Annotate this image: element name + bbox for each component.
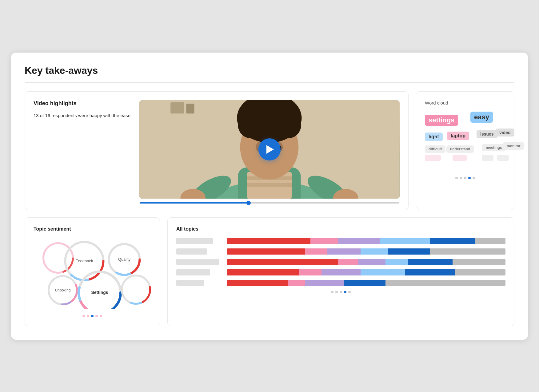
sentiment-dot-2[interactable] [87,315,89,317]
topic-bar-row-2 [227,248,505,255]
sentiment-dots [34,315,151,317]
video-thumbnail[interactable] [139,100,400,199]
progress-thumb[interactable] [246,201,251,205]
svg-text:Feedback: Feedback [75,259,93,263]
word-easy[interactable]: easy [470,112,493,123]
bar-seg-gray-1 [475,238,505,244]
topic-bar-row-4 [227,269,505,275]
bar-seg-pink-1 [310,238,338,244]
bar-seg-blue-dark-4 [405,269,455,275]
bar-seg-blue-dark-3 [408,259,453,265]
bar-seg-purple-3 [358,259,386,265]
bar-seg-blue-light-4 [361,269,405,275]
topic-label-5 [176,280,204,286]
bar-seg-purple-5 [305,280,344,286]
bar-seg-purple-2 [327,248,361,255]
svg-text:Settings: Settings [91,290,108,295]
sentiment-dot-3[interactable] [91,315,94,317]
bar-seg-blue-dark-2 [388,248,430,255]
bar-seg-blue-light-3 [385,259,408,265]
word-faint-3 [482,155,493,161]
word-faint-4 [497,155,509,161]
bar-seg-pink-2 [305,248,327,255]
svg-text:Unboxing: Unboxing [55,288,71,292]
video-highlights-label: Video highlights [34,100,130,107]
word-settings[interactable]: settings [425,115,458,126]
sentiment-title: Topic sentiment [34,226,151,232]
svg-rect-2 [170,102,184,113]
bar-seg-pink-5 [288,280,305,286]
topics-content [176,238,505,286]
cloud-dot-1[interactable] [455,177,458,179]
progress-track[interactable] [140,202,399,204]
topic-bar-row-5 [227,280,505,286]
sentiment-dot-5[interactable] [100,315,102,317]
bar-seg-blue-light-2 [361,248,389,255]
bar-seg-gray-4 [455,269,505,275]
topic-label-1 [176,238,213,244]
word-meetings[interactable]: meetings [482,144,506,151]
topic-bar-row-1 [227,238,505,244]
topics-dot-5[interactable] [348,291,351,293]
section-divider [25,82,514,83]
word-cloud-area: settings easy light laptop issues video … [425,112,505,173]
word-difficult[interactable]: difficult [425,145,445,153]
word-understand[interactable]: understand [446,145,474,153]
topics-dot-1[interactable] [331,291,333,293]
topic-label-3 [176,259,219,265]
bar-seg-red-1 [227,238,310,244]
page-title: Key take-aways [25,65,514,76]
bar-seg-blue-light-1 [380,238,430,244]
word-faint-1 [425,155,441,161]
word-monitor[interactable]: monitor [503,142,524,150]
sentiment-card: Topic sentiment Feedback Quality [25,217,160,326]
topics-dot-4[interactable] [344,291,346,293]
bar-seg-red-3 [227,259,338,265]
word-laptop[interactable]: laptop [447,132,469,140]
topics-dot-2[interactable] [335,291,338,293]
bar-seg-purple-1 [338,238,380,244]
svg-text:Quality: Quality [118,257,131,262]
video-stat: 13 of 16 respondents were happy with the… [34,112,130,119]
bar-seg-red-2 [227,248,305,255]
bar-seg-pink-3 [338,259,357,265]
bar-seg-purple-4 [321,269,361,275]
topics-labels [176,238,219,286]
word-cloud-card: Word cloud settings easy light laptop is… [416,91,514,210]
sentiment-dot-1[interactable] [82,315,85,317]
bar-seg-blue-dark-1 [430,238,475,244]
topic-label-2 [176,248,207,255]
cloud-dot-4[interactable] [468,177,471,179]
word-faint-2 [453,155,467,161]
bottom-row: Topic sentiment Feedback Quality [25,217,514,326]
bar-seg-blue-dark-5 [344,280,386,286]
topic-bar-row-3 [227,259,505,265]
topics-card: All topics [167,217,514,326]
topics-dot-3[interactable] [340,291,342,293]
cloud-dot-5[interactable] [473,177,475,179]
video-left: Video highlights 13 of 16 respondents we… [34,100,130,204]
sentiment-svg: Feedback Quality Unboxing Settings [34,238,157,309]
word-issues[interactable]: issues [477,130,497,138]
bar-seg-pink-4 [299,269,321,275]
bar-seg-gray-3 [453,259,505,265]
play-button[interactable] [258,138,281,160]
bar-seg-red-5 [227,280,288,286]
word-light[interactable]: light [425,133,443,141]
topics-pagination [176,291,505,293]
video-right [139,100,400,204]
topics-bars [227,238,505,286]
cloud-dot-2[interactable] [460,177,462,179]
cloud-dots [425,177,505,179]
svg-point-15 [256,107,283,121]
svg-rect-3 [186,104,194,113]
progress-fill [140,202,249,204]
sentiment-dot-4[interactable] [95,315,98,317]
video-card: Video highlights 13 of 16 respondents we… [25,91,409,210]
cloud-dot-3[interactable] [464,177,466,179]
top-row: Video highlights 13 of 16 respondents we… [25,91,514,210]
video-progress[interactable] [139,202,400,204]
bar-seg-gray-5 [385,280,505,286]
word-video[interactable]: video [496,129,514,137]
bar-seg-gray-2 [430,248,505,255]
